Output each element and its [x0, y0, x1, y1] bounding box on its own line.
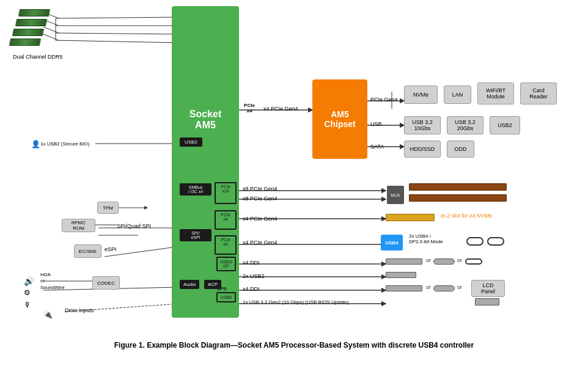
connector-icon: 🔌: [43, 310, 53, 319]
mux-box: MUX: [387, 186, 404, 204]
usb3dp-box: USB3/DP: [216, 257, 236, 271]
pcie-x4-box-2: PCIex4: [215, 235, 237, 255]
codec-box: CODEC: [92, 276, 120, 290]
rpmc-rom-box: RPMCROM: [62, 219, 95, 232]
pcie-x4-chipset-area: PCIex4: [239, 103, 260, 114]
svg-line-3: [56, 40, 181, 43]
2x-usb2-label: 2x USB2: [243, 273, 265, 279]
wifi-bt-box: WiFi/BTModule: [477, 82, 514, 104]
usb3-bottom-box: USB3: [216, 292, 236, 302]
usb2-socket-box: USB2: [180, 137, 202, 147]
dp0-label: DP0: [217, 286, 227, 291]
audio-box: Audio: [180, 280, 199, 289]
m2-slot: [386, 214, 435, 221]
usb32-20-box: USB 3.220Gbs: [447, 116, 483, 134]
nvme-box: NVMe: [404, 86, 438, 104]
hdmi-connector-1: [433, 285, 455, 291]
2x-x4-dp-label: x4 DDI: [243, 260, 260, 266]
x4-pcie-m2-label: x4 PCIe Gen4: [243, 216, 277, 222]
speaker-icon: 🔊: [24, 276, 34, 286]
hdd-ssd-box: HDD/SSD: [404, 141, 441, 158]
svg-line-0: [56, 17, 181, 18]
hda-label: HDAorSoundWire: [40, 272, 65, 291]
usb32-gen2-label: 1x USB 3.2 Gen2 (10 Gbps) (USB BIOS Upda…: [243, 299, 348, 305]
usb32-10-box: USB 3.210Gbs: [404, 116, 441, 134]
lcd-panel-box: LCDPanel: [471, 280, 505, 297]
or-text-1: or: [426, 257, 431, 263]
odd-box: ODD: [447, 141, 474, 158]
usb2-secure-label: 1x USB2 (Secure BIO): [40, 141, 89, 147]
dial-icon: ⚙: [24, 288, 31, 297]
usb-person-icon: 👤: [31, 140, 40, 148]
m2-nvme-label: m.2 slot for x4 NVMe: [441, 213, 492, 219]
pcie-slot-2: [409, 194, 507, 202]
lan-box: LAN: [444, 86, 471, 104]
pcie-x4-box-1: PCIex4: [215, 210, 237, 230]
ram-area: [13, 9, 50, 48]
block-diagram: Dual Channel DDR5 DRAM Controller DRAM C…: [7, 6, 581, 336]
2x-usb4-label: 2x USB4 /DP2.0 Alt Mode: [409, 233, 443, 244]
dmic-label: Dmic Inputs: [65, 307, 94, 313]
dual-channel-label: Dual Channel DDR5: [13, 54, 63, 60]
ddi-connector-1: [386, 258, 422, 265]
svg-line-2: [56, 33, 181, 34]
or-text-3: or: [426, 284, 431, 290]
usb4-chip: USB4: [381, 235, 403, 251]
or-text-4: or: [457, 284, 462, 290]
usb-label: USB: [370, 121, 382, 127]
dp0-x4ddi-label: x4 DDI: [243, 286, 260, 292]
ec-ske-box: EC/SKE: [74, 244, 101, 258]
usb2-connector-area: [386, 272, 416, 278]
usbc-connector-1: [465, 258, 482, 265]
spi-quad-label: SPI/Quad SPI: [117, 223, 151, 229]
x4-pcie-gen4-label: x4 PCIe Gen4: [263, 106, 298, 112]
pcie-x16-box: PCIex16: [215, 182, 237, 204]
card-reader-box: CardReader: [520, 82, 557, 104]
or-text-2: or: [457, 257, 462, 263]
usb-connector-1: [433, 258, 455, 265]
usb4-connector-1: [466, 237, 483, 246]
socket-label: SocketAM5: [189, 109, 221, 131]
ddi-connector-2: [386, 285, 422, 291]
pcie-slot-1: [409, 183, 507, 191]
x8-pcie-top-label: x8 PCIe Gen4: [243, 186, 277, 192]
smbus-box: SMBus/ I3C x4: [180, 183, 211, 196]
usb4-connector-2: [487, 237, 504, 246]
pcie-gen4-label: PCIe Gen4: [370, 97, 398, 103]
usb32-connector: [475, 298, 499, 306]
x8-pcie-bot-label: x8 PCIe Gen4: [243, 196, 277, 202]
spi-espi-box: SPI/eSPI: [180, 229, 211, 241]
usb2-right-box: USB2: [490, 116, 520, 134]
sata-label: SATA: [370, 144, 384, 150]
mic-icon: 🎙: [24, 301, 31, 309]
espi-label: eSPI: [105, 246, 117, 252]
tpm-box: TPM: [97, 202, 119, 214]
x4-pcie-usb4-label: x4 PCIe Gen4: [243, 240, 277, 246]
am5-chipset: AM5Chipset: [312, 79, 367, 159]
figure-caption: Figure 1. Example Block Diagram—Socket A…: [6, 341, 582, 350]
